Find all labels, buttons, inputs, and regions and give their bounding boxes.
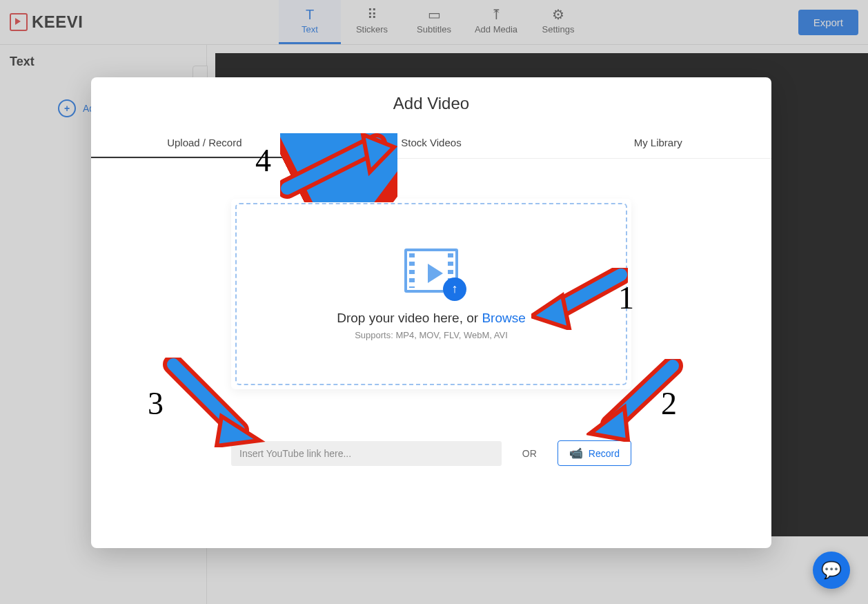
modal-tabs: Upload / Record Stock Videos My Library <box>91 130 771 159</box>
youtube-link-input[interactable] <box>231 441 502 466</box>
arrow-icon <box>280 133 397 202</box>
record-label: Record <box>589 448 620 459</box>
browse-link[interactable]: Browse <box>482 311 525 325</box>
add-video-modal: Add Video Upload / Record Stock Videos M… <box>91 77 771 548</box>
video-upload-icon: ↑ <box>404 249 458 293</box>
arrow-icon <box>531 268 628 330</box>
supports-text: Supports: MP4, MOV, FLV, WebM, AVI <box>355 330 508 340</box>
arrow-icon <box>586 359 683 442</box>
arrow-icon <box>163 358 266 447</box>
camera-icon: 📹 <box>569 447 583 460</box>
drop-text: Drop your video here, or Browse <box>337 311 526 326</box>
modal-title: Add Video <box>91 94 771 113</box>
drop-prefix: Drop your video here, or <box>337 311 482 325</box>
record-button[interactable]: 📹 Record <box>558 440 631 466</box>
chat-fab[interactable]: 💬 <box>813 552 850 589</box>
chat-icon: 💬 <box>821 561 842 580</box>
tab-my-library[interactable]: My Library <box>544 130 771 158</box>
upload-arrow-icon: ↑ <box>443 277 466 301</box>
bottom-row: OR 📹 Record <box>231 440 631 466</box>
or-label: OR <box>522 448 537 459</box>
